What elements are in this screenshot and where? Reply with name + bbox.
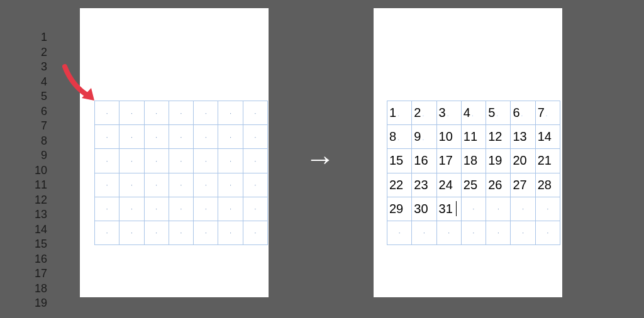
- line-number: 4: [35, 76, 47, 87]
- calendar-cell[interactable]: 25: [462, 173, 486, 197]
- line-number: 3: [35, 61, 47, 72]
- calendar-cell[interactable]: 27: [511, 173, 535, 197]
- transition-arrow-icon: →: [305, 141, 335, 176]
- line-number: 17: [35, 268, 47, 279]
- calendar-cell[interactable]: [218, 173, 243, 197]
- calendar-cell[interactable]: [119, 125, 144, 149]
- calendar-cell[interactable]: [119, 101, 144, 125]
- calendar-cell[interactable]: [95, 125, 119, 149]
- line-number: 2: [35, 47, 47, 58]
- line-number: 13: [35, 209, 47, 220]
- calendar-cell[interactable]: [95, 149, 119, 173]
- calendar-cell[interactable]: [218, 221, 243, 245]
- calendar-cell[interactable]: [145, 149, 169, 173]
- calendar-cell[interactable]: [486, 197, 511, 221]
- line-number: 12: [35, 194, 47, 206]
- annotation-arrow-icon: [60, 62, 110, 112]
- calendar-cell[interactable]: 2.: [412, 101, 436, 125]
- calendar-cell[interactable]: [243, 101, 268, 125]
- calendar-cell[interactable]: [95, 197, 119, 221]
- line-number: 18: [35, 283, 47, 294]
- calendar-cell[interactable]: 19: [486, 149, 511, 173]
- calendar-cell[interactable]: [243, 125, 268, 149]
- calendar-cell[interactable]: [145, 125, 169, 149]
- calendar-cell[interactable]: [119, 221, 144, 245]
- calendar-cell[interactable]: 10: [437, 125, 462, 149]
- calendar-cell[interactable]: 13: [511, 125, 535, 149]
- calendar-cell[interactable]: [119, 197, 144, 221]
- calendar-cell[interactable]: [95, 173, 119, 197]
- calendar-cell[interactable]: 16: [412, 149, 436, 173]
- calendar-cell[interactable]: 11: [462, 125, 486, 149]
- calendar-cell[interactable]: [145, 197, 169, 221]
- calendar-cell[interactable]: 5.: [486, 101, 511, 125]
- calendar-cell[interactable]: [243, 149, 268, 173]
- calendar-cell[interactable]: [119, 149, 144, 173]
- calendar-cell[interactable]: [119, 173, 144, 197]
- calendar-cell[interactable]: 21: [536, 149, 560, 173]
- calendar-cell[interactable]: [169, 197, 194, 221]
- calendar-cell[interactable]: [536, 197, 560, 221]
- calendar-cell[interactable]: [243, 197, 268, 221]
- calendar-cell[interactable]: 1.: [387, 101, 412, 125]
- calendar-cell[interactable]: 18: [462, 149, 486, 173]
- line-number: 19: [35, 297, 47, 309]
- calendar-cell[interactable]: 9.: [412, 125, 436, 149]
- calendar-cell[interactable]: [536, 221, 560, 245]
- calendar-cell[interactable]: [243, 173, 268, 197]
- calendar-cell[interactable]: 6.: [511, 101, 535, 125]
- calendar-cell[interactable]: 20: [511, 149, 535, 173]
- calendar-cell[interactable]: 15: [387, 149, 412, 173]
- calendar-cell[interactable]: [412, 221, 436, 245]
- calendar-cell[interactable]: 12: [486, 125, 511, 149]
- calendar-cell[interactable]: [169, 221, 194, 245]
- calendar-cell[interactable]: [218, 125, 243, 149]
- calendar-cell[interactable]: 7.: [536, 101, 560, 125]
- calendar-cell[interactable]: [145, 221, 169, 245]
- calendar-grid-after: 1.2.3.4.5.6.7.8.9.1011121314151617181920…: [387, 101, 560, 245]
- line-number: 5: [35, 90, 47, 102]
- calendar-cell[interactable]: 23: [412, 173, 436, 197]
- calendar-cell[interactable]: [511, 221, 535, 245]
- calendar-cell[interactable]: [218, 149, 243, 173]
- calendar-cell[interactable]: 24: [437, 173, 462, 197]
- calendar-cell[interactable]: 8.: [387, 125, 412, 149]
- calendar-cell[interactable]: [462, 221, 486, 245]
- calendar-cell[interactable]: [194, 125, 218, 149]
- calendar-cell[interactable]: [194, 221, 218, 245]
- calendar-cell[interactable]: [145, 101, 169, 125]
- calendar-cell[interactable]: 26: [486, 173, 511, 197]
- calendar-cell[interactable]: 22: [387, 173, 412, 197]
- calendar-cell[interactable]: 30: [412, 197, 436, 221]
- calendar-cell[interactable]: [194, 197, 218, 221]
- calendar-cell[interactable]: [145, 173, 169, 197]
- calendar-cell[interactable]: 29: [387, 197, 412, 221]
- calendar-cell[interactable]: [511, 197, 535, 221]
- calendar-cell[interactable]: [387, 221, 412, 245]
- line-number: 10: [35, 165, 47, 176]
- calendar-cell[interactable]: [462, 197, 486, 221]
- calendar-cell[interactable]: 31: [437, 197, 462, 221]
- calendar-cell[interactable]: 28: [536, 173, 560, 197]
- calendar-cell[interactable]: 17: [437, 149, 462, 173]
- line-number: 15: [35, 238, 47, 249]
- calendar-cell[interactable]: [218, 101, 243, 125]
- calendar-cell[interactable]: [95, 221, 119, 245]
- calendar-cell[interactable]: [169, 149, 194, 173]
- calendar-cell[interactable]: 3.: [437, 101, 462, 125]
- line-number: 8: [35, 135, 47, 146]
- calendar-cell[interactable]: [169, 173, 194, 197]
- calendar-cell[interactable]: [194, 173, 218, 197]
- calendar-cell[interactable]: [169, 125, 194, 149]
- calendar-cell[interactable]: [194, 149, 218, 173]
- calendar-cell[interactable]: [169, 101, 194, 125]
- calendar-cell[interactable]: [243, 221, 268, 245]
- calendar-cell[interactable]: 14: [536, 125, 560, 149]
- line-number: 7: [35, 120, 47, 131]
- line-number: 1: [35, 31, 47, 43]
- calendar-cell[interactable]: 4.: [462, 101, 486, 125]
- calendar-cell[interactable]: [218, 197, 243, 221]
- calendar-cell[interactable]: [486, 221, 511, 245]
- calendar-cell[interactable]: [437, 221, 462, 245]
- calendar-cell[interactable]: [194, 101, 218, 125]
